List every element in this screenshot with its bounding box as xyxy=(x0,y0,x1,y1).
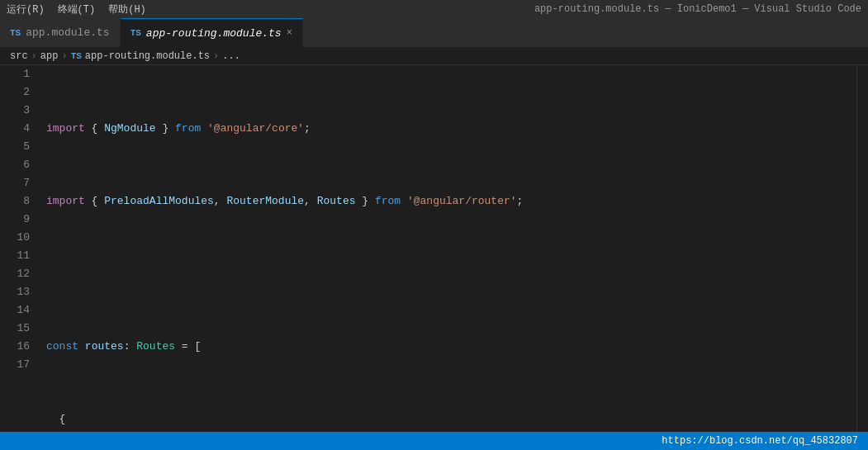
ts-badge-2: TS xyxy=(130,28,141,38)
ts-badge-1: TS xyxy=(10,28,21,38)
window-title: app-routing.module.ts — IonicDemo1 — Vis… xyxy=(534,3,861,15)
ln-12: 12 xyxy=(10,265,30,283)
ln-8: 8 xyxy=(10,192,30,211)
menu-terminal[interactable]: 终端(T) xyxy=(58,2,96,17)
breadcrumb-ts-icon: TS xyxy=(71,51,82,61)
ln-15: 15 xyxy=(10,320,30,338)
scrollbar[interactable] xyxy=(856,65,868,432)
code-content[interactable]: import { NgModule } from '@angular/core'… xyxy=(40,65,856,432)
ln-17: 17 xyxy=(10,356,30,374)
ln-1: 1 xyxy=(10,65,30,83)
breadcrumb-ellipsis: ... xyxy=(222,50,240,62)
menu-help[interactable]: 帮助(H) xyxy=(108,2,146,17)
code-line-2: import { PreloadAllModules, RouterModule… xyxy=(46,192,850,211)
tab-app-routing[interactable]: TS app-routing.module.ts × xyxy=(121,18,303,47)
sep1: › xyxy=(31,50,37,62)
code-line-1: import { NgModule } from '@angular/core'… xyxy=(46,120,850,138)
tab-label-2: app-routing.module.ts xyxy=(146,27,282,40)
tab-bar: TS app.module.ts TS app-routing.module.t… xyxy=(0,18,868,47)
status-bar: https://blog.csdn.net/qq_45832807 xyxy=(0,432,868,450)
code-line-4: const routes: Routes = [ xyxy=(46,338,850,356)
ln-16: 16 xyxy=(10,338,30,356)
status-url[interactable]: https://blog.csdn.net/qq_45832807 xyxy=(662,435,858,447)
ln-13: 13 xyxy=(10,283,30,301)
line-numbers: 1 2 3 4 5 6 7 8 9 10 11 12 13 14 15 16 1… xyxy=(3,65,40,432)
ln-14: 14 xyxy=(10,301,30,320)
ln-9: 9 xyxy=(10,211,30,229)
menu-run[interactable]: 运行(R) xyxy=(7,2,45,17)
sep2: › xyxy=(61,50,67,62)
tab-close-icon[interactable]: × xyxy=(287,27,292,39)
ln-7: 7 xyxy=(10,174,30,192)
sep3: › xyxy=(213,50,219,62)
tab-label-1: app.module.ts xyxy=(26,26,109,39)
ln-11: 11 xyxy=(10,247,30,265)
breadcrumb-file[interactable]: app-routing.module.ts xyxy=(85,50,210,62)
title-bar: 运行(R) 终端(T) 帮助(H) app-routing.module.ts … xyxy=(0,0,868,18)
ln-4: 4 xyxy=(10,120,30,138)
breadcrumb-src[interactable]: src xyxy=(10,50,28,62)
ln-3: 3 xyxy=(10,102,30,120)
ln-10: 10 xyxy=(10,229,30,247)
tab-app-module[interactable]: TS app.module.ts xyxy=(0,18,121,47)
ln-2: 2 xyxy=(10,83,30,102)
code-line-5: { xyxy=(46,410,850,429)
code-line-3 xyxy=(46,265,850,283)
ln-5: 5 xyxy=(10,138,30,156)
ln-6: 6 xyxy=(10,156,30,174)
breadcrumb: src › app › TS app-routing.module.ts › .… xyxy=(0,47,868,65)
code-area: 1 2 3 4 5 6 7 8 9 10 11 12 13 14 15 16 1… xyxy=(0,65,868,432)
breadcrumb-app[interactable]: app xyxy=(40,50,59,62)
